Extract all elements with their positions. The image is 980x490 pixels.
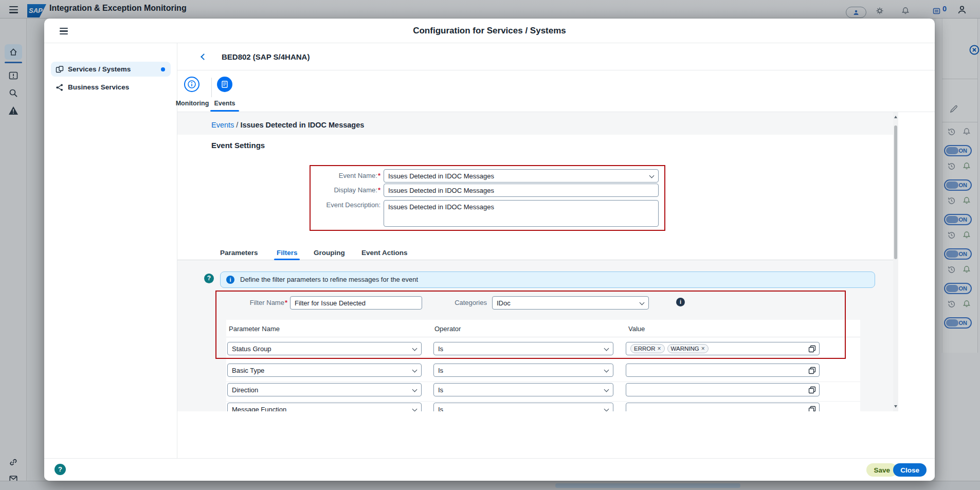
value-help-icon[interactable]: [808, 406, 816, 411]
systems-icon: [56, 65, 64, 74]
info-icon: i: [226, 276, 234, 284]
chevron-down-icon: [412, 387, 418, 392]
chevron-down-icon: [412, 407, 418, 411]
filter-name-input[interactable]: Filter for Issue Detected: [290, 296, 422, 310]
sidebar-item-services-systems[interactable]: Services / Systems: [51, 62, 171, 77]
back-button[interactable]: [202, 55, 206, 59]
info-banner: i Define the filter parameters to refine…: [220, 271, 875, 288]
chevron-down-icon: [412, 346, 418, 351]
display-name-label: Display Name:*: [312, 184, 380, 197]
object-header: BED802 (SAP S/4HANA): [177, 43, 935, 70]
token-remove-icon[interactable]: ×: [701, 345, 705, 352]
tab-grouping[interactable]: Grouping: [314, 249, 345, 257]
dialog-footer: ? Save Close: [44, 458, 935, 481]
value-help-icon[interactable]: [808, 386, 816, 395]
categories-select[interactable]: IDoc: [492, 296, 649, 310]
sidebar-item-business-services[interactable]: Business Services: [51, 80, 171, 95]
events-doc-icon: [221, 80, 229, 88]
filter-info-button[interactable]: i: [676, 298, 685, 306]
tab-divider: [211, 78, 212, 97]
tab-events[interactable]: [217, 77, 232, 92]
chevron-down-icon: [640, 300, 645, 305]
dialog-title: Configuration for Services / Systems: [44, 19, 935, 43]
parameter-select[interactable]: Direction: [227, 383, 422, 396]
chevron-down-icon: [604, 346, 609, 351]
breadcrumb-separator: /: [236, 121, 238, 129]
value-token: WARNING×: [667, 344, 709, 353]
tab-events-label[interactable]: Events: [211, 100, 238, 107]
tab-parameters[interactable]: Parameters: [220, 249, 258, 257]
share-icon: [56, 83, 64, 92]
close-button[interactable]: Close: [893, 463, 927, 477]
column-header-value: Value: [628, 325, 645, 333]
operator-select[interactable]: Is: [433, 403, 613, 411]
parameter-select[interactable]: Basic Type: [227, 364, 422, 377]
operator-select[interactable]: Is: [433, 383, 613, 396]
value-input[interactable]: [626, 383, 820, 396]
parameter-select[interactable]: Message Function: [227, 403, 422, 411]
categories-label: Categories: [434, 296, 487, 310]
value-input[interactable]: ERROR× WARNING×: [626, 342, 820, 355]
active-icon-tab-underline: [210, 110, 239, 112]
dialog-header: Configuration for Services / Systems: [44, 19, 935, 43]
chevron-down-icon: [604, 368, 609, 373]
scroll-up-arrow[interactable]: [894, 116, 897, 118]
value-token: ERROR×: [630, 344, 665, 353]
sidebar-item-label: Business Services: [68, 83, 129, 91]
tab-monitoring-label[interactable]: Monitoring: [174, 100, 211, 107]
display-name-input[interactable]: Issues Detected in IDOC Messages: [384, 184, 659, 197]
tab-monitoring[interactable]: [184, 77, 199, 92]
event-name-select[interactable]: Issues Detected in IDOC Messages: [384, 169, 659, 183]
scrollbar-thumb[interactable]: [894, 125, 897, 259]
configuration-dialog: Configuration for Services / Systems Ser…: [44, 19, 935, 481]
scroll-down-arrow[interactable]: [894, 405, 897, 408]
value-help-icon[interactable]: [808, 345, 816, 354]
chevron-down-icon: [604, 407, 609, 411]
scrollbar: [893, 112, 898, 411]
tab-event-actions[interactable]: Event Actions: [361, 249, 408, 257]
dialog-sidebar: Services / Systems Business Services: [44, 43, 177, 458]
icon-tab-bar: Monitoring Events: [177, 70, 935, 112]
token-remove-icon[interactable]: ×: [658, 345, 661, 352]
help-button[interactable]: ?: [204, 274, 214, 283]
system-title: BED802 (SAP S/4HANA): [222, 43, 310, 70]
dialog-main: BED802 (SAP S/4HANA) Monitoring Events E…: [177, 43, 935, 458]
value-help-icon[interactable]: [808, 367, 816, 376]
breadcrumb-events-link[interactable]: Events: [211, 121, 234, 129]
filter-parameters-table: Parameter Name Operator Value Status Gro…: [226, 320, 860, 411]
chevron-down-icon: [649, 173, 655, 178]
section-title: Event Settings: [211, 141, 265, 150]
chevron-down-icon: [604, 387, 609, 392]
value-input[interactable]: [626, 364, 820, 377]
sidebar-item-label: Services / Systems: [68, 65, 131, 73]
selected-dot: [161, 67, 165, 71]
event-settings-panel: Event Settings Event Name:* Issues Detec…: [177, 135, 898, 260]
event-description-label: Event Description:: [312, 201, 380, 209]
active-tab-underline: [274, 259, 300, 260]
save-button[interactable]: Save: [866, 463, 897, 477]
operator-select[interactable]: Is: [433, 342, 613, 355]
value-input[interactable]: [626, 403, 820, 411]
chevron-down-icon: [412, 368, 418, 373]
operator-select[interactable]: Is: [433, 364, 613, 377]
event-description-textarea[interactable]: Issues Detected in IDOC Messages: [384, 200, 659, 227]
footer-help-button[interactable]: ?: [55, 464, 66, 475]
filter-name-label: Filter Name*: [231, 296, 287, 310]
info-banner-text: Define the filter parameters to refine m…: [240, 272, 418, 287]
breadcrumb: Events/Issues Detected in IDOC Messages: [211, 121, 364, 129]
column-header-parameter: Parameter Name: [229, 325, 280, 333]
breadcrumb-current: Issues Detected in IDOC Messages: [240, 121, 364, 129]
events-content: Events/Issues Detected in IDOC Messages …: [177, 112, 898, 411]
info-circle-icon: [187, 80, 196, 89]
tab-filters[interactable]: Filters: [277, 249, 298, 257]
event-name-label: Event Name:*: [312, 169, 380, 183]
parameter-select[interactable]: Status Group: [227, 342, 422, 355]
column-header-operator: Operator: [434, 325, 461, 333]
screen: SAP Integration & Exception Monitoring 0: [0, 0, 980, 490]
